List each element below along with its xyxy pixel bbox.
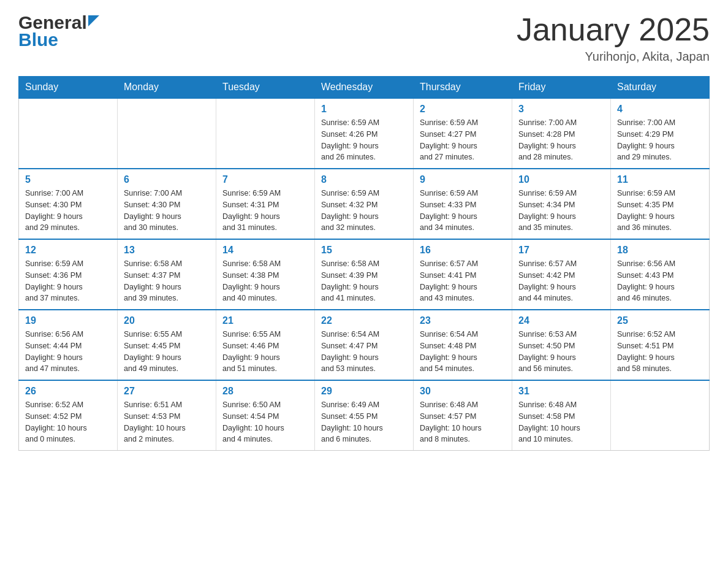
calendar-cell: 15Sunrise: 6:58 AM Sunset: 4:39 PM Dayli… (315, 239, 414, 310)
day-number: 14 (222, 245, 308, 256)
day-number: 21 (222, 315, 308, 326)
day-number: 3 (518, 104, 604, 115)
calendar-cell: 4Sunrise: 7:00 AM Sunset: 4:29 PM Daylig… (611, 98, 710, 169)
day-header-thursday: Thursday (414, 77, 512, 99)
day-number: 7 (222, 174, 308, 185)
day-number: 11 (617, 174, 703, 185)
day-info: Sunrise: 6:53 AM Sunset: 4:50 PM Dayligh… (518, 329, 604, 375)
day-info: Sunrise: 6:49 AM Sunset: 4:55 PM Dayligh… (321, 399, 407, 445)
day-info: Sunrise: 6:51 AM Sunset: 4:53 PM Dayligh… (124, 399, 210, 445)
day-number: 28 (222, 386, 308, 397)
day-number: 9 (420, 174, 506, 185)
calendar-cell: 2Sunrise: 6:59 AM Sunset: 4:27 PM Daylig… (414, 98, 512, 169)
calendar-cell: 29Sunrise: 6:49 AM Sunset: 4:55 PM Dayli… (315, 380, 414, 451)
calendar-cell (611, 380, 710, 451)
day-header-wednesday: Wednesday (315, 77, 414, 99)
day-number: 31 (518, 386, 604, 397)
day-info: Sunrise: 6:52 AM Sunset: 4:52 PM Dayligh… (25, 399, 111, 445)
calendar-cell: 28Sunrise: 6:50 AM Sunset: 4:54 PM Dayli… (216, 380, 315, 451)
day-info: Sunrise: 6:48 AM Sunset: 4:57 PM Dayligh… (420, 399, 506, 445)
day-info: Sunrise: 6:58 AM Sunset: 4:39 PM Dayligh… (321, 258, 407, 304)
day-number: 22 (321, 315, 407, 326)
logo-blue-text: Blue (18, 29, 58, 50)
calendar-cell: 10Sunrise: 6:59 AM Sunset: 4:34 PM Dayli… (512, 169, 611, 239)
day-info: Sunrise: 6:59 AM Sunset: 4:34 PM Dayligh… (518, 188, 604, 234)
calendar-week-row: 5Sunrise: 7:00 AM Sunset: 4:30 PM Daylig… (19, 169, 710, 239)
calendar-cell (19, 98, 118, 169)
calendar-week-row: 26Sunrise: 6:52 AM Sunset: 4:52 PM Dayli… (19, 380, 710, 451)
calendar-cell: 21Sunrise: 6:55 AM Sunset: 4:46 PM Dayli… (216, 310, 315, 380)
day-number: 23 (420, 315, 506, 326)
day-header-saturday: Saturday (611, 77, 710, 99)
day-info: Sunrise: 6:59 AM Sunset: 4:27 PM Dayligh… (420, 117, 506, 163)
calendar-table: SundayMondayTuesdayWednesdayThursdayFrid… (18, 76, 710, 451)
day-info: Sunrise: 6:55 AM Sunset: 4:46 PM Dayligh… (222, 329, 308, 375)
day-info: Sunrise: 7:00 AM Sunset: 4:30 PM Dayligh… (124, 188, 210, 234)
calendar-cell: 27Sunrise: 6:51 AM Sunset: 4:53 PM Dayli… (118, 380, 216, 451)
calendar-cell: 23Sunrise: 6:54 AM Sunset: 4:48 PM Dayli… (414, 310, 512, 380)
day-number: 2 (420, 104, 506, 115)
calendar-cell: 12Sunrise: 6:59 AM Sunset: 4:36 PM Dayli… (19, 239, 118, 310)
day-info: Sunrise: 6:59 AM Sunset: 4:26 PM Dayligh… (321, 117, 407, 163)
day-info: Sunrise: 6:56 AM Sunset: 4:44 PM Dayligh… (25, 329, 111, 375)
calendar-cell: 7Sunrise: 6:59 AM Sunset: 4:31 PM Daylig… (216, 169, 315, 239)
day-number: 6 (124, 174, 210, 185)
day-info: Sunrise: 6:54 AM Sunset: 4:48 PM Dayligh… (420, 329, 506, 375)
calendar-cell: 17Sunrise: 6:57 AM Sunset: 4:42 PM Dayli… (512, 239, 611, 310)
calendar-cell: 14Sunrise: 6:58 AM Sunset: 4:38 PM Dayli… (216, 239, 315, 310)
logo: General Blue (18, 12, 102, 50)
calendar-cell: 25Sunrise: 6:52 AM Sunset: 4:51 PM Dayli… (611, 310, 710, 380)
calendar-cell: 19Sunrise: 6:56 AM Sunset: 4:44 PM Dayli… (19, 310, 118, 380)
calendar-cell: 16Sunrise: 6:57 AM Sunset: 4:41 PM Dayli… (414, 239, 512, 310)
day-number: 4 (617, 104, 703, 115)
day-info: Sunrise: 6:59 AM Sunset: 4:31 PM Dayligh… (222, 188, 308, 234)
calendar-cell: 26Sunrise: 6:52 AM Sunset: 4:52 PM Dayli… (19, 380, 118, 451)
day-info: Sunrise: 6:58 AM Sunset: 4:38 PM Dayligh… (222, 258, 308, 304)
day-number: 30 (420, 386, 506, 397)
month-title: January 2025 (517, 12, 710, 47)
day-info: Sunrise: 7:00 AM Sunset: 4:30 PM Dayligh… (25, 188, 111, 234)
day-header-monday: Monday (118, 77, 216, 99)
title-block: January 2025 Yurihonjo, Akita, Japan (517, 12, 710, 64)
day-number: 27 (124, 386, 210, 397)
calendar-cell: 22Sunrise: 6:54 AM Sunset: 4:47 PM Dayli… (315, 310, 414, 380)
day-info: Sunrise: 6:58 AM Sunset: 4:37 PM Dayligh… (124, 258, 210, 304)
day-info: Sunrise: 6:48 AM Sunset: 4:58 PM Dayligh… (518, 399, 604, 445)
day-number: 13 (124, 245, 210, 256)
day-number: 10 (518, 174, 604, 185)
calendar-cell: 1Sunrise: 6:59 AM Sunset: 4:26 PM Daylig… (315, 98, 414, 169)
day-number: 5 (25, 174, 111, 185)
day-info: Sunrise: 6:59 AM Sunset: 4:35 PM Dayligh… (617, 188, 703, 234)
calendar-week-row: 19Sunrise: 6:56 AM Sunset: 4:44 PM Dayli… (19, 310, 710, 380)
calendar-cell: 20Sunrise: 6:55 AM Sunset: 4:45 PM Dayli… (118, 310, 216, 380)
day-number: 26 (25, 386, 111, 397)
day-info: Sunrise: 6:55 AM Sunset: 4:45 PM Dayligh… (124, 329, 210, 375)
location: Yurihonjo, Akita, Japan (517, 50, 710, 64)
day-number: 25 (617, 315, 703, 326)
day-info: Sunrise: 7:00 AM Sunset: 4:29 PM Dayligh… (617, 117, 703, 163)
day-header-friday: Friday (512, 77, 611, 99)
calendar-cell: 13Sunrise: 6:58 AM Sunset: 4:37 PM Dayli… (118, 239, 216, 310)
day-number: 29 (321, 386, 407, 397)
day-info: Sunrise: 6:52 AM Sunset: 4:51 PM Dayligh… (617, 329, 703, 375)
calendar-week-row: 1Sunrise: 6:59 AM Sunset: 4:26 PM Daylig… (19, 98, 710, 169)
page-header: General Blue January 2025 Yurihonjo, Aki… (18, 12, 710, 64)
calendar-cell: 9Sunrise: 6:59 AM Sunset: 4:33 PM Daylig… (414, 169, 512, 239)
calendar-cell: 3Sunrise: 7:00 AM Sunset: 4:28 PM Daylig… (512, 98, 611, 169)
calendar-cell: 31Sunrise: 6:48 AM Sunset: 4:58 PM Dayli… (512, 380, 611, 451)
day-info: Sunrise: 6:59 AM Sunset: 4:32 PM Dayligh… (321, 188, 407, 234)
day-number: 15 (321, 245, 407, 256)
day-number: 8 (321, 174, 407, 185)
day-info: Sunrise: 7:00 AM Sunset: 4:28 PM Dayligh… (518, 117, 604, 163)
calendar-cell: 6Sunrise: 7:00 AM Sunset: 4:30 PM Daylig… (118, 169, 216, 239)
calendar-cell: 18Sunrise: 6:56 AM Sunset: 4:43 PM Dayli… (611, 239, 710, 310)
day-number: 12 (25, 245, 111, 256)
calendar-cell: 5Sunrise: 7:00 AM Sunset: 4:30 PM Daylig… (19, 169, 118, 239)
svg-marker-0 (88, 15, 99, 26)
calendar-cell: 30Sunrise: 6:48 AM Sunset: 4:57 PM Dayli… (414, 380, 512, 451)
calendar-cell (216, 98, 315, 169)
day-info: Sunrise: 6:56 AM Sunset: 4:43 PM Dayligh… (617, 258, 703, 304)
day-number: 1 (321, 104, 407, 115)
day-number: 18 (617, 245, 703, 256)
day-info: Sunrise: 6:50 AM Sunset: 4:54 PM Dayligh… (222, 399, 308, 445)
